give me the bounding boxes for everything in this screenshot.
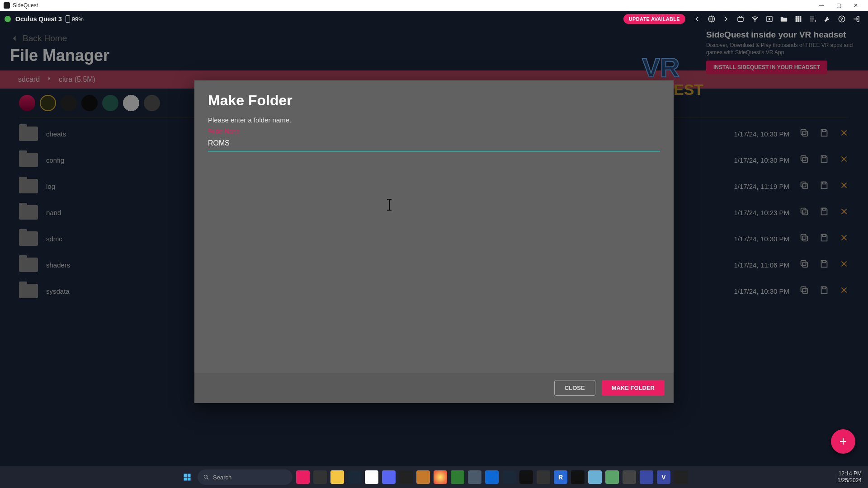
taskbar-app-icon[interactable] (330, 470, 344, 484)
add-fab-button[interactable] (831, 429, 855, 454)
taskbar-app-icon[interactable] (588, 470, 602, 484)
taskbar-app-icon[interactable] (537, 470, 550, 484)
make-folder-dialog: Make Folder Please enter a folder name. … (194, 80, 674, 403)
app-shortcut-icon[interactable] (40, 95, 56, 111)
help-icon[interactable]: ? (835, 13, 848, 25)
taskbar-app-icon[interactable]: V (657, 470, 670, 484)
exit-icon[interactable] (850, 13, 863, 25)
taskbar-app-icon[interactable] (519, 470, 533, 484)
taskbar-app-icon[interactable] (485, 470, 499, 484)
folder-name-input[interactable] (208, 136, 660, 152)
taskbar-app-icon[interactable] (365, 470, 378, 484)
delete-icon[interactable] (839, 259, 849, 271)
maximize-button[interactable]: ▢ (830, 0, 847, 11)
folder-icon (19, 205, 38, 220)
taskbar-app-icon[interactable] (348, 470, 361, 484)
apps-grid-icon[interactable] (792, 13, 805, 25)
delete-icon[interactable] (839, 233, 849, 244)
save-icon[interactable] (819, 285, 829, 297)
taskbar-app-icon[interactable] (502, 470, 516, 484)
playlist-icon[interactable] (807, 13, 819, 25)
copy-icon[interactable] (799, 206, 809, 218)
taskbar-app-icon[interactable] (296, 470, 310, 484)
save-icon[interactable] (819, 180, 829, 192)
update-available-button[interactable]: UPDATE AVAILABLE (623, 14, 685, 24)
breadcrumb-current[interactable]: citra (5.5M) (59, 75, 95, 84)
taskbar-app-icon[interactable] (640, 470, 653, 484)
app-shortcut-icon[interactable] (102, 95, 118, 111)
copy-icon[interactable] (799, 259, 809, 271)
delete-icon[interactable] (839, 180, 849, 192)
save-icon[interactable] (819, 259, 829, 271)
app-shortcut-icon[interactable] (19, 95, 35, 111)
file-date: 1/17/24, 11:06 PM (734, 261, 789, 269)
folder-icon (19, 258, 38, 272)
svg-rect-41 (188, 478, 191, 481)
copy-icon[interactable] (799, 154, 809, 166)
app-shortcut-icon[interactable] (61, 95, 77, 111)
save-icon[interactable] (819, 206, 829, 218)
minimize-button[interactable]: — (813, 0, 830, 11)
battery-percent: 99% (72, 16, 84, 23)
taskbar-app-icon[interactable] (571, 470, 585, 484)
install-headset-button[interactable]: INSTALL SIDEQUEST IN YOUR HEADSET (706, 61, 827, 74)
clock-time: 12:14 PM (838, 470, 862, 477)
wifi-icon[interactable] (749, 13, 761, 25)
file-name: config (46, 156, 182, 164)
globe-icon[interactable] (705, 13, 718, 25)
dialog-title: Make Folder (208, 92, 660, 109)
taskbar-app-icon[interactable] (674, 470, 688, 484)
folder-icon[interactable] (778, 13, 790, 25)
close-window-button[interactable]: ✕ (847, 0, 864, 11)
taskbar-app-icon[interactable]: R (554, 470, 567, 484)
taskbar-app-icon[interactable] (399, 470, 413, 484)
breadcrumb-root[interactable]: sdcard (18, 75, 40, 84)
delete-icon[interactable] (839, 285, 849, 297)
svg-rect-39 (188, 474, 191, 477)
file-date: 1/17/24, 10:30 PM (734, 287, 789, 295)
taskbar-app-icon[interactable] (416, 470, 430, 484)
make-folder-button[interactable]: MAKE FOLDER (602, 380, 665, 396)
svg-rect-20 (802, 157, 807, 162)
taskbar-app-icon[interactable] (313, 470, 327, 484)
wrench-icon[interactable] (821, 13, 834, 25)
delete-icon[interactable] (839, 206, 849, 218)
promo-subtitle: Discover, Download & Play thousands of F… (706, 42, 860, 56)
file-date: 1/17/24, 10:23 PM (734, 209, 789, 216)
copy-icon[interactable] (799, 233, 809, 244)
app-shortcut-icon[interactable] (123, 95, 139, 111)
app-shortcut-icon[interactable] (144, 95, 160, 111)
nav-forward-icon[interactable] (720, 13, 732, 25)
copy-icon[interactable] (799, 285, 809, 297)
battery-icon (66, 15, 70, 23)
taskbar-search[interactable]: Search (198, 469, 292, 485)
close-button[interactable]: CLOSE (554, 380, 595, 396)
save-icon[interactable] (819, 128, 829, 140)
start-button[interactable] (180, 470, 194, 484)
clock-date: 1/25/2024 (838, 477, 862, 484)
svg-rect-31 (822, 235, 826, 237)
copy-icon[interactable] (799, 180, 809, 192)
stream-icon[interactable] (734, 13, 747, 25)
file-date: 1/17/24, 10:30 PM (734, 156, 789, 164)
screenshot-icon[interactable] (763, 13, 776, 25)
taskbar-app-icon[interactable] (434, 470, 447, 484)
taskbar-app-icon[interactable] (468, 470, 481, 484)
taskbar-app-icon[interactable] (605, 470, 619, 484)
system-clock[interactable]: 12:14 PM 1/25/2024 (838, 470, 862, 484)
taskbar-app-icon[interactable] (382, 470, 396, 484)
taskbar-app-icon[interactable] (451, 470, 464, 484)
svg-rect-9 (800, 19, 801, 20)
save-icon[interactable] (819, 233, 829, 244)
save-icon[interactable] (819, 154, 829, 166)
folder-icon (19, 284, 38, 298)
nav-back-icon[interactable] (691, 13, 703, 25)
delete-icon[interactable] (839, 154, 849, 166)
delete-icon[interactable] (839, 128, 849, 140)
windows-taskbar: Search R V 12:14 PM 1/25/2024 (0, 466, 868, 488)
copy-icon[interactable] (799, 128, 809, 140)
svg-rect-27 (801, 208, 806, 213)
app-shortcut-icon[interactable] (81, 95, 98, 111)
svg-rect-35 (802, 288, 807, 293)
taskbar-app-icon[interactable] (623, 470, 636, 484)
